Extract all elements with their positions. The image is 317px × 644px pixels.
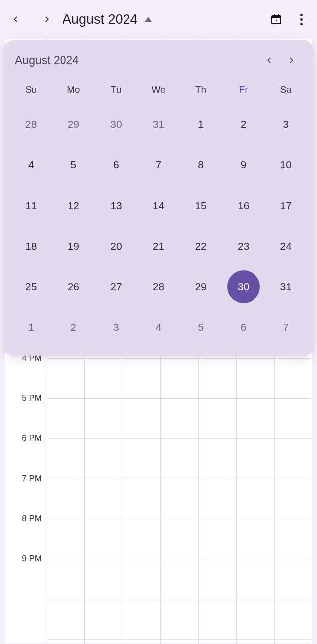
date-number: 2	[71, 322, 77, 333]
time-label: 6 PM	[22, 433, 42, 443]
date-number: 4	[28, 159, 34, 171]
date-number: 7	[283, 322, 289, 333]
time-label: 7 PM	[22, 474, 42, 483]
date-cell[interactable]: 13	[95, 185, 137, 226]
month-picker-next-button[interactable]	[280, 50, 302, 71]
date-cell[interactable]: 1	[180, 104, 222, 145]
month-picker-grid: SuMoTuWeThFrSa28293031123456789101112131…	[10, 77, 307, 348]
date-cell[interactable]: 23	[222, 226, 265, 267]
date-number: 18	[25, 240, 37, 252]
date-cell[interactable]: 31	[264, 267, 307, 307]
prev-period-button[interactable]	[5, 8, 27, 30]
time-label: 5 PM	[22, 393, 42, 403]
month-picker-panel: August 2024 SuMoTuWeThFrSa28293031123456…	[4, 40, 313, 356]
date-cell[interactable]: 5	[53, 145, 95, 185]
date-number: 1	[28, 322, 34, 333]
date-number: 23	[238, 240, 249, 252]
date-cell[interactable]: 7	[137, 145, 180, 185]
date-cell[interactable]: 1	[10, 307, 53, 348]
date-number: 20	[110, 240, 122, 252]
date-number: 24	[280, 240, 292, 252]
date-cell[interactable]: 10	[264, 145, 307, 185]
svg-rect-3	[278, 14, 279, 16]
dow-header: Sa	[264, 77, 307, 104]
date-number: 6	[241, 322, 247, 333]
date-number: 19	[68, 240, 79, 252]
date-number: 10	[280, 159, 292, 171]
chevron-right-icon	[43, 13, 50, 25]
time-label: 9 PM	[22, 554, 42, 564]
date-number: 15	[195, 200, 206, 212]
date-cell[interactable]: 16	[222, 185, 265, 226]
date-cell[interactable]: 3	[264, 104, 307, 145]
date-cell[interactable]: 14	[137, 185, 180, 226]
date-cell[interactable]: 11	[10, 185, 53, 226]
month-picker-prev-button[interactable]	[258, 50, 280, 71]
date-cell[interactable]: 25	[10, 267, 53, 307]
chevron-right-icon	[288, 55, 295, 66]
date-cell[interactable]: 28	[137, 267, 180, 307]
next-period-button[interactable]	[36, 8, 58, 30]
date-cell[interactable]: 21	[137, 226, 180, 267]
date-cell[interactable]: 9	[222, 145, 265, 185]
date-cell[interactable]: 26	[53, 267, 95, 307]
dow-header: We	[137, 77, 180, 104]
date-cell[interactable]: 31	[137, 104, 180, 145]
date-number: 28	[153, 281, 164, 293]
date-number: 5	[198, 322, 204, 333]
date-cell[interactable]: 24	[264, 226, 307, 267]
date-cell[interactable]: 6	[95, 145, 137, 185]
date-number: 7	[156, 159, 162, 171]
date-cell[interactable]: 6	[222, 307, 265, 348]
date-number: 9	[241, 159, 247, 171]
date-cell[interactable]: 8	[180, 145, 222, 185]
today-button[interactable]	[265, 8, 287, 30]
more-vertical-icon	[300, 14, 303, 25]
date-cell[interactable]: 30	[95, 104, 137, 145]
date-number: 4	[156, 322, 162, 333]
date-cell[interactable]: 2	[53, 307, 95, 348]
calendar-today-icon	[270, 13, 282, 25]
chevron-left-icon	[266, 55, 273, 66]
date-cell[interactable]: 22	[180, 226, 222, 267]
date-number: 6	[113, 159, 119, 171]
date-number: 3	[113, 322, 119, 333]
date-number: 3	[283, 118, 289, 130]
date-number: 28	[25, 118, 37, 130]
date-number: 27	[110, 281, 122, 293]
date-cell[interactable]: 19	[53, 226, 95, 267]
date-cell[interactable]: 17	[264, 185, 307, 226]
date-cell[interactable]: 5	[180, 307, 222, 348]
date-cell[interactable]: 7	[264, 307, 307, 348]
date-cell[interactable]: 18	[10, 226, 53, 267]
date-number: 14	[153, 200, 164, 212]
month-dropdown-button[interactable]: August 2024	[63, 12, 152, 27]
date-number: 31	[153, 118, 164, 130]
date-cell[interactable]: 27	[95, 267, 137, 307]
dropdown-caret-icon	[145, 17, 152, 22]
date-cell[interactable]: 12	[53, 185, 95, 226]
month-picker-title: August 2024	[15, 54, 79, 67]
date-number: 1	[198, 118, 204, 130]
time-label: 8 PM	[22, 514, 42, 524]
date-cell[interactable]: 29	[53, 104, 95, 145]
date-cell[interactable]: 3	[95, 307, 137, 348]
more-options-button[interactable]	[290, 8, 312, 30]
date-cell[interactable]: 15	[180, 185, 222, 226]
date-number: 21	[153, 240, 164, 252]
date-number: 31	[280, 281, 292, 293]
date-number: 12	[68, 200, 79, 212]
date-cell[interactable]: 4	[10, 145, 53, 185]
date-number: 22	[195, 240, 206, 252]
date-cell[interactable]: 28	[10, 104, 53, 145]
dow-header: Fr	[222, 77, 265, 104]
date-cell[interactable]: 4	[137, 307, 180, 348]
date-number: 30	[238, 281, 249, 293]
toolbar-title: August 2024	[63, 12, 138, 27]
date-cell[interactable]: 29	[180, 267, 222, 307]
date-number: 29	[195, 281, 206, 293]
date-cell[interactable]: 2	[222, 104, 265, 145]
date-number: 17	[280, 200, 292, 212]
date-cell[interactable]: 20	[95, 226, 137, 267]
date-cell[interactable]: 30	[222, 267, 265, 307]
